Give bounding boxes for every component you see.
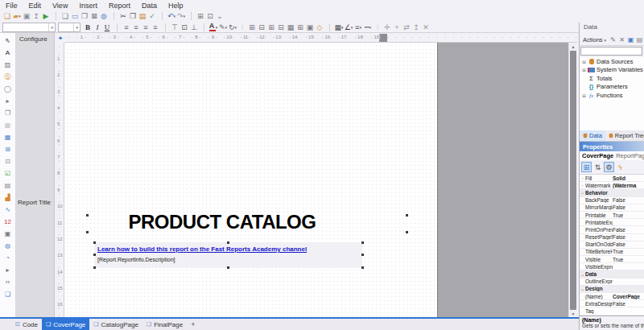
selection-handle[interactable] <box>93 241 96 244</box>
border-top-icon[interactable]: ⊞ <box>247 23 257 32</box>
border-right-icon[interactable]: ⊟ <box>276 23 286 32</box>
pointer-icon[interactable]: ⇖ <box>3 35 13 47</box>
map-object-icon[interactable]: ◍ <box>3 240 13 252</box>
font-size-combo[interactable]: ▾ <box>58 23 80 32</box>
report-title-band-label[interactable]: Report Title <box>18 199 51 206</box>
new-report-icon[interactable]: ❏ <box>2 11 12 21</box>
group-icon[interactable]: ⊞ <box>196 11 205 21</box>
menu-item[interactable]: View <box>47 2 73 10</box>
border-all-icon[interactable]: ▦ <box>286 23 295 32</box>
chart-object-icon[interactable]: ▟ <box>3 192 13 204</box>
shape-more-icon[interactable]: ▸ <box>3 95 13 107</box>
align-right-icon[interactable]: ≡ <box>141 23 151 32</box>
advanced-matrix-icon[interactable]: ⊡ <box>3 155 13 167</box>
valign-bottom-icon[interactable]: ⊥ <box>189 23 199 32</box>
line-width-icon[interactable]: ≡ ▾ <box>353 23 363 32</box>
align-left-icon[interactable]: ≡ <box>122 23 131 32</box>
border-outline-icon[interactable]: ▣ <box>305 23 315 32</box>
ungroup-icon[interactable]: ⊡ <box>205 11 215 21</box>
tree-item[interactable]: ⊞ Functions <box>580 91 644 100</box>
svg-object-icon[interactable]: Ⓢ <box>3 71 13 83</box>
property-row[interactable]: ⌄ Behavior <box>580 189 644 196</box>
align-justify-icon[interactable]: ≡ <box>151 23 160 32</box>
paste-icon[interactable]: ▤ <box>138 11 147 21</box>
italic-icon[interactable]: I <box>93 23 102 32</box>
selection-handle[interactable] <box>227 241 229 244</box>
property-row[interactable]: TitleBeforeHe True <box>580 249 644 256</box>
page-tab[interactable]: ❏ CatalogPage <box>89 319 142 330</box>
property-row[interactable]: › Fill Solid <box>580 175 644 182</box>
save-all-icon[interactable]: ↥ <box>31 11 41 21</box>
save-icon[interactable]: ▣ <box>22 11 31 21</box>
gauge-more-icon[interactable]: ▸ <box>3 264 13 276</box>
description-expression[interactable]: [Report.ReportInfo.Description] <box>97 257 175 262</box>
delete-data-item-icon[interactable]: ✕ <box>617 35 626 45</box>
tree-item[interactable]: Totals <box>580 74 644 83</box>
selection-handle[interactable] <box>361 266 364 269</box>
menu-item[interactable]: Insert <box>73 2 103 10</box>
band-handle[interactable] <box>406 214 408 217</box>
data-search-input[interactable] <box>580 47 642 56</box>
page-tab[interactable]: ❏ CoverPage <box>42 319 89 330</box>
property-row[interactable]: VisibleExpress <box>580 263 644 270</box>
more-data-actions-icon[interactable]: ▤ <box>635 35 644 45</box>
property-row[interactable]: OutlineExpre <box>580 278 644 286</box>
valign-top-icon[interactable]: ⊤ <box>170 23 180 32</box>
events-view-icon[interactable]: ϟ <box>615 162 625 172</box>
borders-icon[interactable]: ▦ ▾ <box>334 23 344 32</box>
selected-text-object[interactable]: Learn how to build this report on the Fa… <box>94 242 362 268</box>
align-center-icon[interactable]: ≡ <box>131 23 141 32</box>
band-handle[interactable] <box>86 214 89 217</box>
border-bottom-icon[interactable]: ⊟ <box>257 23 266 32</box>
undo-icon[interactable]: ↶ ▾ <box>167 11 176 21</box>
panel-tab[interactable]: Data <box>580 130 605 141</box>
menu-item[interactable]: Help <box>163 2 189 10</box>
property-row[interactable]: Visible True <box>580 256 644 263</box>
band-handle[interactable] <box>86 231 89 233</box>
property-row[interactable]: ⌄ Design <box>580 286 644 293</box>
new-page-icon[interactable]: ❏ <box>60 11 70 21</box>
line-color-icon[interactable]: ∠ ▾ <box>344 23 353 32</box>
table-object-icon[interactable]: ▦ <box>3 131 13 143</box>
selection-handle[interactable] <box>227 266 229 269</box>
property-row[interactable]: BackPage False <box>580 197 644 204</box>
band-handle[interactable] <box>406 231 408 233</box>
bring-front-icon[interactable]: ↥ <box>411 23 421 32</box>
fill-color-icon[interactable]: ◇ <box>315 23 324 32</box>
actions-menu-button[interactable]: Actions <box>583 36 603 43</box>
property-row[interactable]: MirrorMargins False <box>580 204 644 212</box>
page-setup-icon[interactable]: ◍ <box>99 11 109 21</box>
expander-icon[interactable]: ⊞ <box>582 67 588 72</box>
alphabetical-view-icon[interactable]: ⇅ <box>592 162 603 172</box>
subreport-object-icon[interactable]: ❏ <box>3 288 13 300</box>
copy-page-icon[interactable]: ❐ <box>80 11 89 21</box>
add-page-button[interactable]: + <box>187 320 199 328</box>
sparkline-object-icon[interactable]: ∿ <box>3 204 13 216</box>
style-icon[interactable]: ✓ <box>147 11 157 21</box>
gauge-object-icon[interactable]: ◔ <box>3 252 13 264</box>
property-row[interactable]: (Name) CoverPage <box>580 293 644 300</box>
swap-icon[interactable]: ⇄ <box>402 23 411 32</box>
menu-item[interactable]: Edit <box>23 2 47 10</box>
property-row[interactable]: ⌄ Data <box>580 270 644 278</box>
font-name-combo[interactable]: ▾ <box>2 23 56 32</box>
new-dialog-icon[interactable]: ▭ <box>70 11 80 21</box>
selection-handle[interactable] <box>361 254 364 256</box>
academy-link[interactable]: Learn how to build this report on the Fa… <box>97 245 307 253</box>
menu-item[interactable]: File <box>0 2 23 10</box>
border-left-icon[interactable]: ⊞ <box>266 23 276 32</box>
text-angle-icon[interactable]: ↻ ▾ <box>228 23 237 32</box>
vertical-scrollbar[interactable]: ▲ ▼ <box>568 43 577 318</box>
copy-icon[interactable]: ❐ <box>128 11 138 21</box>
delete-page-icon[interactable]: ⊠ <box>89 11 99 21</box>
calendar-object-icon[interactable]: ▣ <box>3 228 13 240</box>
report-title-text-object[interactable]: PRODUCT CATALOG <box>85 206 360 238</box>
page-tab[interactable]: ❏ FinalPage <box>142 319 187 330</box>
view-data-icon[interactable]: ▣ <box>626 35 635 45</box>
report-page[interactable]: PRODUCT CATALOG Learn how to build this … <box>64 43 437 318</box>
property-row[interactable]: PrintOnPrevio False <box>580 226 644 233</box>
cut-icon[interactable]: ✂ <box>118 11 128 21</box>
shape-object-icon[interactable]: ◯ <box>3 83 13 95</box>
code-object-icon[interactable]: ‹› <box>3 276 13 288</box>
property-row[interactable]: ExtraDesignW False <box>580 300 644 307</box>
